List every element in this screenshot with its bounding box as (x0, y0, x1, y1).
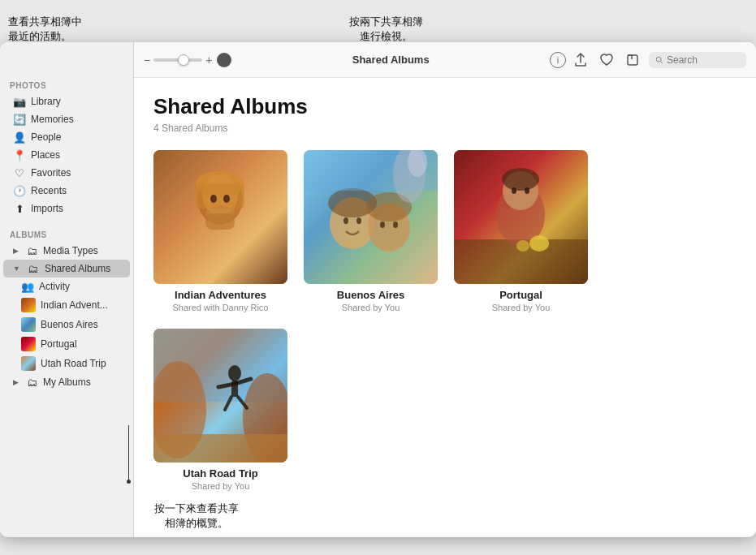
svg-point-27 (502, 168, 539, 191)
places-icon: 📍 (13, 148, 26, 161)
rotate-button[interactable] (623, 50, 642, 70)
zoom-slider[interactable] (153, 58, 202, 62)
recents-icon: 🕐 (13, 184, 26, 197)
sidebar-item-label: Media Types (43, 245, 98, 256)
callout-line-bottom (128, 425, 129, 482)
svg-point-14 (343, 217, 348, 224)
album-shared-buenos: Shared by You (342, 303, 400, 312)
page-title: Shared Albums (153, 94, 737, 119)
sidebar-item-label: Places (31, 149, 60, 161)
sidebar-item-my-albums[interactable]: ▶ 🗂 My Albums (3, 373, 130, 391)
svg-point-16 (380, 222, 385, 228)
my-albums-icon: 🗂 (25, 376, 38, 389)
sidebar-item-activity[interactable]: 👥 Activity (3, 278, 130, 295)
svg-point-31 (516, 240, 529, 252)
sidebar-item-people[interactable]: 👤 People (3, 128, 130, 146)
svg-point-29 (525, 187, 529, 194)
indian-thumb (21, 298, 36, 312)
sidebar-item-places[interactable]: 📍 Places (3, 146, 130, 164)
search-input[interactable] (667, 54, 740, 66)
svg-point-36 (228, 365, 241, 381)
callout-top-center: 按兩下共享相簿進行檢視。 (349, 15, 423, 44)
svg-point-28 (512, 187, 516, 194)
content-area: Shared Albums 4 Shared Albums (134, 78, 756, 537)
album-item-indian[interactable]: Indian Adventures Shared with Danny Rico (153, 150, 287, 312)
album-shared-utah: Shared by You (192, 481, 250, 491)
info-button[interactable]: i (550, 52, 566, 68)
sidebar-item-shared-albums[interactable]: ▼ 🗂 Shared Albums (3, 260, 130, 278)
main-window: Photos 📷 Library 🔄 Memories 👤 People 📍 P… (0, 42, 756, 537)
search-box[interactable] (649, 52, 746, 68)
svg-rect-38 (153, 434, 287, 462)
sidebar-item-library[interactable]: 📷 Library (3, 92, 130, 110)
library-icon: 📷 (13, 95, 26, 108)
album-shared-portugal: Shared by You (492, 303, 551, 312)
view-toggle[interactable] (217, 53, 231, 67)
album-thumb-indian (153, 150, 287, 284)
svg-point-1 (656, 57, 661, 62)
utah-thumb (21, 356, 36, 371)
album-item-utah[interactable]: Utah Road Trip Shared by You (153, 329, 287, 491)
svg-point-8 (223, 195, 230, 203)
share-button[interactable] (571, 50, 590, 70)
sidebar-item-media-types[interactable]: ▶ 🗂 Media Types (3, 242, 130, 260)
imports-icon: ⬆ (13, 202, 26, 215)
svg-point-7 (210, 195, 217, 203)
callout-dot-bottom (127, 480, 131, 484)
chevron-right-icon-2: ▶ (13, 378, 19, 386)
activity-icon: 👥 (21, 280, 34, 293)
favorite-button[interactable] (597, 50, 616, 70)
album-count: 4 Shared Albums (153, 123, 737, 134)
sidebar-item-label: Imports (31, 203, 63, 214)
sidebar-item-label: People (31, 131, 61, 143)
main-content: − + Shared Albums i (134, 42, 756, 537)
sidebar-item-label: Library (31, 96, 61, 107)
album-item-buenos[interactable]: Buenos Aires Shared by You (304, 150, 438, 312)
sidebar-item-favorites[interactable]: ♡ Favorites (3, 164, 130, 182)
sidebar-item-label: Shared Albums (45, 263, 110, 274)
memories-icon: 🔄 (13, 113, 26, 126)
sidebar-item-buenos[interactable]: Buenos Aires (3, 315, 130, 334)
svg-rect-10 (205, 213, 235, 230)
sidebar-item-portugal[interactable]: Portugal (3, 334, 130, 354)
sidebar: Photos 📷 Library 🔄 Memories 👤 People 📍 P… (0, 42, 134, 537)
photos-section-label: Photos (0, 75, 133, 92)
slider-thumb (178, 54, 189, 66)
zoom-out-button[interactable]: − (144, 54, 150, 67)
media-types-icon: 🗂 (25, 244, 38, 257)
albums-section-label: Albums (0, 224, 133, 242)
album-name-utah: Utah Road Trip (183, 467, 257, 480)
sidebar-item-label: Utah Road Trip (41, 358, 106, 369)
sidebar-item-memories[interactable]: 🔄 Memories (3, 110, 130, 128)
svg-rect-6 (196, 184, 244, 209)
sidebar-item-indian[interactable]: Indian Advent... (3, 295, 130, 315)
chevron-down-icon: ▼ (13, 265, 20, 273)
sidebar-item-label: Portugal (41, 338, 77, 350)
portugal-thumb (21, 337, 36, 351)
svg-rect-0 (628, 55, 637, 65)
svg-point-17 (393, 222, 398, 228)
sidebar-item-label: My Albums (43, 376, 91, 388)
album-thumb-utah (153, 329, 287, 462)
album-item-portugal[interactable]: Portugal Shared by You (454, 150, 588, 312)
albums-grid: Indian Adventures Shared with Danny Rico (153, 150, 737, 491)
sidebar-item-imports[interactable]: ⬆ Imports (3, 200, 130, 217)
shared-albums-icon: 🗂 (27, 262, 40, 275)
svg-point-15 (356, 217, 361, 224)
album-name-indian: Indian Adventures (175, 289, 266, 301)
sidebar-item-utah[interactable]: Utah Road Trip (3, 354, 130, 373)
toolbar-title: Shared Albums (236, 54, 545, 66)
zoom-in-button[interactable]: + (205, 54, 212, 67)
svg-point-30 (529, 235, 549, 252)
album-thumb-portugal (454, 150, 588, 284)
buenos-thumb (21, 317, 36, 332)
sidebar-item-label: Recents (31, 185, 67, 196)
search-icon (655, 55, 663, 65)
toolbar: − + Shared Albums i (134, 42, 756, 78)
sidebar-item-label: Activity (39, 281, 70, 292)
chevron-right-icon: ▶ (13, 247, 19, 255)
album-name-portugal: Portugal (499, 289, 542, 301)
toolbar-actions (571, 50, 746, 70)
sidebar-item-label: Memories (31, 114, 74, 125)
sidebar-item-recents[interactable]: 🕐 Recents (3, 182, 130, 200)
